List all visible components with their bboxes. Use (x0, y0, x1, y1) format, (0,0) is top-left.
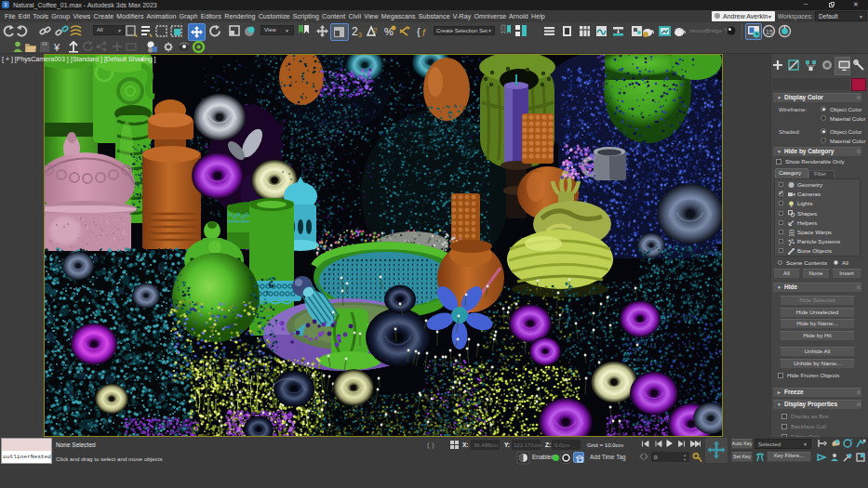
svg-text:f: f (422, 28, 426, 38)
svg-text:15: 15 (766, 29, 773, 35)
svg-text:2: 2 (373, 26, 378, 34)
svg-text:2: 2 (352, 25, 358, 38)
svg-text:( ): ( ) (427, 441, 434, 449)
svg-text:¥: ¥ (53, 42, 60, 53)
svg-text:3: 3 (358, 32, 362, 38)
svg-text:{: { (417, 26, 421, 37)
